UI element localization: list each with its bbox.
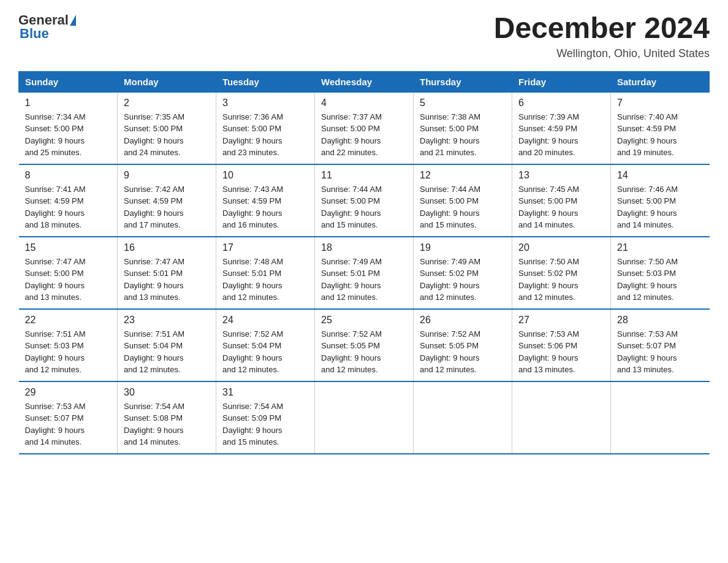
calendar-cell: 29 Sunrise: 7:53 AMSunset: 5:07 PMDaylig… — [19, 381, 118, 454]
calendar-cell: 23 Sunrise: 7:51 AMSunset: 5:04 PMDaylig… — [118, 309, 216, 381]
col-header-thursday: Thursday — [414, 71, 512, 92]
cell-info: Sunrise: 7:47 AMSunset: 5:00 PMDaylight:… — [25, 257, 86, 302]
calendar-cell: 6 Sunrise: 7:39 AMSunset: 4:59 PMDayligh… — [512, 92, 611, 164]
day-number: 12 — [420, 170, 506, 181]
day-number: 14 — [617, 170, 703, 181]
calendar-cell: 3 Sunrise: 7:36 AMSunset: 5:00 PMDayligh… — [216, 92, 315, 164]
day-number: 4 — [321, 98, 407, 109]
calendar-cell: 17 Sunrise: 7:48 AMSunset: 5:01 PMDaylig… — [216, 237, 315, 309]
col-header-friday: Friday — [512, 71, 611, 92]
cell-info: Sunrise: 7:50 AMSunset: 5:02 PMDaylight:… — [518, 257, 579, 302]
calendar-cell: 18 Sunrise: 7:49 AMSunset: 5:01 PMDaylig… — [315, 237, 414, 309]
cell-info: Sunrise: 7:35 AMSunset: 5:00 PMDaylight:… — [124, 112, 184, 158]
day-number: 11 — [321, 170, 407, 181]
cell-info: Sunrise: 7:50 AMSunset: 5:03 PMDaylight:… — [617, 257, 678, 302]
calendar-week-row: 8 Sunrise: 7:41 AMSunset: 4:59 PMDayligh… — [19, 164, 710, 237]
day-number: 18 — [321, 242, 407, 253]
calendar-cell — [512, 381, 611, 454]
day-number: 3 — [222, 98, 308, 109]
logo: General Blue — [18, 12, 77, 42]
day-number: 8 — [25, 170, 112, 181]
calendar-week-row: 15 Sunrise: 7:47 AMSunset: 5:00 PMDaylig… — [19, 237, 710, 309]
calendar-cell — [315, 381, 414, 454]
calendar-cell: 24 Sunrise: 7:52 AMSunset: 5:04 PMDaylig… — [216, 309, 315, 381]
cell-info: Sunrise: 7:44 AMSunset: 5:00 PMDaylight:… — [420, 185, 480, 230]
calendar-cell: 1 Sunrise: 7:34 AMSunset: 5:00 PMDayligh… — [19, 92, 118, 164]
calendar-cell: 11 Sunrise: 7:44 AMSunset: 5:00 PMDaylig… — [315, 164, 414, 237]
day-number: 20 — [518, 242, 604, 253]
cell-info: Sunrise: 7:52 AMSunset: 5:05 PMDaylight:… — [321, 329, 382, 375]
title-block: December 2024 Wellington, Ohio, United S… — [494, 12, 710, 60]
calendar-cell: 15 Sunrise: 7:47 AMSunset: 5:00 PMDaylig… — [19, 237, 118, 309]
cell-info: Sunrise: 7:39 AMSunset: 4:59 PMDaylight:… — [518, 112, 579, 158]
cell-info: Sunrise: 7:53 AMSunset: 5:06 PMDaylight:… — [518, 329, 579, 375]
cell-info: Sunrise: 7:44 AMSunset: 5:00 PMDaylight:… — [321, 185, 382, 230]
day-number: 15 — [25, 242, 112, 253]
cell-info: Sunrise: 7:47 AMSunset: 5:01 PMDaylight:… — [124, 257, 184, 302]
col-header-sunday: Sunday — [19, 71, 118, 92]
day-number: 9 — [124, 170, 210, 181]
cell-info: Sunrise: 7:38 AMSunset: 5:00 PMDaylight:… — [420, 112, 480, 158]
cell-info: Sunrise: 7:49 AMSunset: 5:02 PMDaylight:… — [420, 257, 480, 302]
cell-info: Sunrise: 7:51 AMSunset: 5:03 PMDaylight:… — [25, 329, 86, 375]
cell-info: Sunrise: 7:45 AMSunset: 5:00 PMDaylight:… — [518, 185, 579, 230]
day-number: 21 — [617, 242, 703, 253]
calendar-cell: 25 Sunrise: 7:52 AMSunset: 5:05 PMDaylig… — [315, 309, 414, 381]
cell-info: Sunrise: 7:46 AMSunset: 5:00 PMDaylight:… — [617, 185, 678, 230]
calendar-cell — [414, 381, 512, 454]
calendar-cell: 12 Sunrise: 7:44 AMSunset: 5:00 PMDaylig… — [414, 164, 512, 237]
calendar-week-row: 1 Sunrise: 7:34 AMSunset: 5:00 PMDayligh… — [19, 92, 710, 164]
calendar-cell: 27 Sunrise: 7:53 AMSunset: 5:06 PMDaylig… — [512, 309, 611, 381]
day-number: 23 — [124, 315, 210, 326]
calendar-cell: 7 Sunrise: 7:40 AMSunset: 4:59 PMDayligh… — [611, 92, 710, 164]
cell-info: Sunrise: 7:51 AMSunset: 5:04 PMDaylight:… — [124, 329, 184, 375]
calendar-cell: 28 Sunrise: 7:53 AMSunset: 5:07 PMDaylig… — [611, 309, 710, 381]
day-number: 25 — [321, 315, 407, 326]
day-number: 30 — [124, 387, 210, 398]
cell-info: Sunrise: 7:42 AMSunset: 4:59 PMDaylight:… — [124, 185, 184, 230]
cell-info: Sunrise: 7:41 AMSunset: 4:59 PMDaylight:… — [25, 185, 86, 230]
calendar-cell: 21 Sunrise: 7:50 AMSunset: 5:03 PMDaylig… — [611, 237, 710, 309]
day-number: 5 — [420, 98, 506, 109]
day-number: 13 — [518, 170, 604, 181]
calendar-cell: 19 Sunrise: 7:49 AMSunset: 5:02 PMDaylig… — [414, 237, 512, 309]
calendar-cell: 16 Sunrise: 7:47 AMSunset: 5:01 PMDaylig… — [118, 237, 216, 309]
day-number: 17 — [222, 242, 308, 253]
calendar-cell: 22 Sunrise: 7:51 AMSunset: 5:03 PMDaylig… — [19, 309, 118, 381]
col-header-saturday: Saturday — [611, 71, 710, 92]
cell-info: Sunrise: 7:52 AMSunset: 5:05 PMDaylight:… — [420, 329, 480, 375]
calendar-week-row: 22 Sunrise: 7:51 AMSunset: 5:03 PMDaylig… — [19, 309, 710, 381]
day-number: 10 — [222, 170, 308, 181]
day-number: 6 — [518, 98, 604, 109]
day-number: 29 — [25, 387, 112, 398]
calendar-cell: 31 Sunrise: 7:54 AMSunset: 5:09 PMDaylig… — [216, 381, 315, 454]
day-number: 28 — [617, 315, 703, 326]
cell-info: Sunrise: 7:40 AMSunset: 4:59 PMDaylight:… — [617, 112, 678, 158]
day-number: 26 — [420, 315, 506, 326]
cell-info: Sunrise: 7:53 AMSunset: 5:07 PMDaylight:… — [25, 402, 86, 447]
day-number: 24 — [222, 315, 308, 326]
calendar-cell: 4 Sunrise: 7:37 AMSunset: 5:00 PMDayligh… — [315, 92, 414, 164]
day-number: 2 — [124, 98, 210, 109]
calendar-cell: 5 Sunrise: 7:38 AMSunset: 5:00 PMDayligh… — [414, 92, 512, 164]
page-header: General Blue December 2024 Wellington, O… — [18, 12, 710, 60]
calendar-subtitle: Wellington, Ohio, United States — [494, 47, 710, 60]
calendar-cell: 26 Sunrise: 7:52 AMSunset: 5:05 PMDaylig… — [414, 309, 512, 381]
cell-info: Sunrise: 7:52 AMSunset: 5:04 PMDaylight:… — [222, 329, 283, 375]
logo-triangle-icon — [70, 15, 76, 26]
day-number: 27 — [518, 315, 604, 326]
calendar-cell: 9 Sunrise: 7:42 AMSunset: 4:59 PMDayligh… — [118, 164, 216, 237]
cell-info: Sunrise: 7:43 AMSunset: 4:59 PMDaylight:… — [222, 185, 283, 230]
calendar-header-row: SundayMondayTuesdayWednesdayThursdayFrid… — [19, 71, 710, 92]
calendar-cell: 13 Sunrise: 7:45 AMSunset: 5:00 PMDaylig… — [512, 164, 611, 237]
calendar-week-row: 29 Sunrise: 7:53 AMSunset: 5:07 PMDaylig… — [19, 381, 710, 454]
cell-info: Sunrise: 7:36 AMSunset: 5:00 PMDaylight:… — [222, 112, 283, 158]
calendar-cell: 30 Sunrise: 7:54 AMSunset: 5:08 PMDaylig… — [118, 381, 216, 454]
cell-info: Sunrise: 7:54 AMSunset: 5:08 PMDaylight:… — [124, 402, 184, 447]
logo-blue-text: Blue — [20, 26, 49, 42]
col-header-tuesday: Tuesday — [216, 71, 315, 92]
col-header-monday: Monday — [118, 71, 216, 92]
calendar-table: SundayMondayTuesdayWednesdayThursdayFrid… — [18, 71, 710, 454]
calendar-cell: 20 Sunrise: 7:50 AMSunset: 5:02 PMDaylig… — [512, 237, 611, 309]
day-number: 22 — [25, 315, 112, 326]
